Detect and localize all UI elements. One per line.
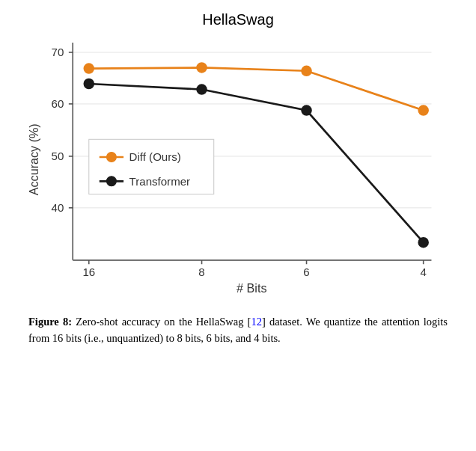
transformer-point-8	[197, 85, 207, 94]
legend-transformer-label: Transformer	[129, 175, 190, 188]
citation-link: 12	[251, 316, 262, 328]
transformer-point-16	[84, 79, 94, 89]
diff-point-4	[418, 105, 428, 115]
legend-transformer-dot	[106, 177, 116, 186]
figure-caption: Figure 8: Zero-shot accuracy on the Hell…	[28, 313, 448, 347]
xtick-label-4: 4	[420, 266, 426, 278]
diff-point-8	[197, 63, 207, 73]
xtick-label-16: 16	[82, 266, 95, 278]
legend-diff-label: Diff (Ours)	[129, 150, 181, 163]
chart-container: HellaSwag	[28, 11, 448, 303]
xtick-label-6: 6	[303, 266, 309, 278]
ytick-label-60: 60	[52, 97, 64, 110]
ytick-label-50: 50	[52, 150, 64, 162]
ytick-label-70: 70	[52, 46, 64, 58]
diff-point-6	[302, 66, 311, 76]
y-axis-label: Accuracy (%)	[27, 123, 40, 195]
chart-title: HellaSwag	[28, 11, 448, 28]
xtick-label-8: 8	[198, 266, 204, 278]
legend-diff-dot	[106, 153, 116, 162]
chart-area: 70 60 50 40 Accuracy (%) 16 8 6 4 # Bits	[28, 33, 448, 302]
transformer-point-6	[302, 105, 311, 115]
transformer-point-4	[418, 238, 428, 248]
x-axis-label: # Bits	[237, 281, 266, 295]
chart-svg: 70 60 50 40 Accuracy (%) 16 8 6 4 # Bits	[28, 33, 448, 302]
figure-number: Figure 8:	[28, 316, 72, 328]
diff-point-16	[84, 64, 94, 73]
ytick-label-40: 40	[52, 201, 64, 214]
